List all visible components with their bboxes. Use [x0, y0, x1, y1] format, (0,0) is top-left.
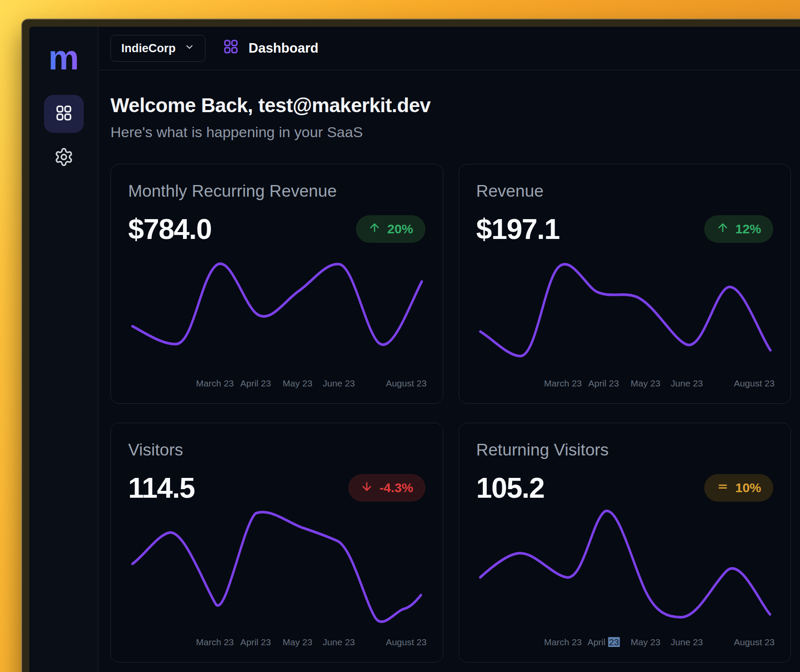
- axis-label: June 23: [671, 378, 703, 389]
- card-value: 114.5: [128, 471, 195, 504]
- topbar: IndieCorp Dashboard: [98, 27, 800, 70]
- axis-label: April 23: [240, 378, 271, 389]
- sparkline-chart: [128, 250, 425, 375]
- card-visitors: Visitors 114.5 -4.3%: [110, 423, 443, 663]
- welcome-heading: Welcome Back, test@makerkit.dev: [110, 94, 791, 117]
- axis-label-april-selected: April23: [587, 637, 620, 647]
- axis-label: May 23: [631, 378, 661, 389]
- team-selector-label: IndieCorp: [121, 42, 176, 55]
- arrow-up-icon: [716, 221, 729, 237]
- trend-label: 10%: [735, 480, 761, 495]
- axis-label: August 23: [386, 378, 427, 389]
- axis-label: May 23: [283, 378, 312, 389]
- sidebar-item-settings[interactable]: [44, 145, 84, 171]
- trend-badge: 10%: [704, 474, 773, 502]
- arrow-down-icon: [360, 480, 373, 496]
- card-value: 105.2: [476, 471, 545, 504]
- content: Welcome Back, test@makerkit.dev Here's w…: [98, 70, 800, 663]
- axis-label: August 23: [386, 637, 427, 647]
- axis-label: June 23: [323, 637, 355, 647]
- card-revenue: Revenue $197.1 12%: [459, 164, 791, 404]
- sidebar: m: [29, 27, 98, 672]
- sparkline-path: [132, 264, 422, 345]
- stats-grid: Monthly Recurring Revenue $784.0 20%: [110, 164, 791, 663]
- trend-badge: 20%: [356, 215, 425, 243]
- grid-icon: [223, 38, 239, 58]
- x-axis: March 23 April23 May 23 June 23 August 2…: [476, 637, 774, 650]
- axis-label: May 23: [283, 637, 312, 647]
- card-monthly-recurring-revenue: Monthly Recurring Revenue $784.0 20%: [110, 164, 443, 404]
- arrow-up-icon: [368, 221, 381, 237]
- axis-label: August 23: [734, 378, 775, 389]
- x-axis: March 23 April 23 May 23 June 23 August …: [476, 378, 774, 391]
- axis-label: April: [587, 637, 605, 647]
- chevron-down-icon: [184, 42, 195, 55]
- trend-label: 20%: [387, 222, 413, 236]
- axis-label: June 23: [323, 378, 355, 389]
- card-value: $784.0: [128, 213, 211, 245]
- sparkline-chart: [476, 509, 774, 634]
- sparkline-path: [480, 511, 770, 617]
- welcome-subtitle: Here's what is happening in your SaaS: [110, 124, 791, 141]
- grid-icon: [55, 104, 73, 124]
- sparkline-chart: [128, 509, 425, 634]
- card-title: Revenue: [476, 182, 774, 201]
- axis-label: March 23: [544, 637, 582, 647]
- card-title: Monthly Recurring Revenue: [128, 182, 425, 201]
- trend-label: 12%: [735, 222, 761, 236]
- card-returning-visitors: Returning Visitors 105.2 10%: [459, 423, 791, 663]
- dashboard-app: m: [29, 27, 800, 672]
- app-window: m: [21, 19, 800, 672]
- axis-label: April 23: [240, 637, 271, 647]
- x-axis: March 23 April 23 May 23 June 23 August …: [128, 378, 425, 391]
- sparkline-chart: [476, 250, 774, 375]
- gear-icon: [54, 147, 74, 169]
- card-title: Returning Visitors: [476, 440, 774, 459]
- axis-label: March 23: [544, 378, 582, 389]
- axis-label: March 23: [196, 378, 234, 389]
- axis-label: August 23: [734, 637, 775, 647]
- trend-badge: 12%: [704, 215, 773, 243]
- page-title: Dashboard: [249, 41, 318, 56]
- axis-label: June 23: [671, 637, 703, 647]
- sidebar-item-dashboard[interactable]: [44, 95, 84, 133]
- axis-label: April 23: [588, 378, 619, 389]
- team-selector-button[interactable]: IndieCorp: [110, 35, 205, 62]
- x-axis: March 23 April 23 May 23 June 23 August …: [128, 637, 425, 650]
- sparkline-path: [480, 264, 770, 356]
- card-value: $197.1: [476, 213, 560, 245]
- card-title: Visitors: [128, 440, 425, 459]
- sparkline-path: [132, 512, 421, 622]
- breadcrumb: Dashboard: [223, 38, 318, 58]
- axis-label: March 23: [196, 637, 234, 647]
- trend-badge: -4.3%: [348, 474, 425, 502]
- equals-icon: [716, 480, 729, 496]
- trend-label: -4.3%: [379, 480, 413, 495]
- selected-text: 23: [608, 637, 620, 647]
- axis-label: May 23: [631, 637, 661, 647]
- main-area: IndieCorp Dashboard: [98, 27, 800, 672]
- makerkit-logo: m: [48, 46, 79, 70]
